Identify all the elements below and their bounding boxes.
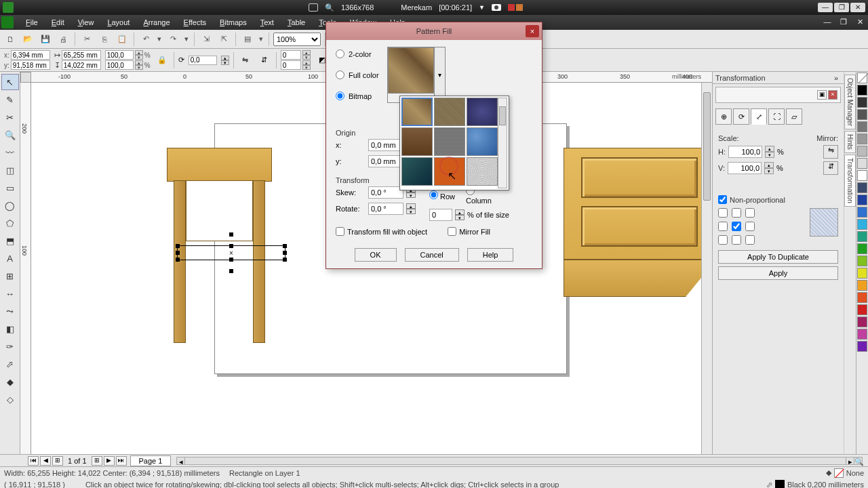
page-first-button[interactable]: ⏮	[28, 456, 39, 466]
palette-swatch[interactable]	[857, 256, 867, 266]
menu-effects[interactable]: Effects	[177, 16, 213, 28]
selection-bounding-box[interactable]: ×	[177, 245, 285, 260]
non-proportional-checkbox[interactable]	[718, 195, 727, 204]
connector-tool[interactable]: ⤳	[1, 303, 19, 319]
mirror-v-button[interactable]: ⇵	[257, 53, 272, 68]
palette-no-fill[interactable]	[857, 73, 867, 83]
help-button[interactable]: Help	[467, 248, 514, 262]
pattern-thumb[interactable]	[401, 157, 433, 186]
doc-restore-button[interactable]: ❐	[837, 18, 850, 27]
selection-handle[interactable]	[229, 269, 233, 273]
basic-shapes-tool[interactable]: ⬒	[1, 232, 19, 249]
page-tab-1[interactable]: Page 1	[130, 455, 172, 466]
save-button[interactable]: 💾	[38, 32, 53, 47]
anchor-ml[interactable]	[718, 222, 728, 231]
selection-handle[interactable]	[176, 258, 180, 262]
selection-handle[interactable]	[283, 258, 287, 262]
palette-black[interactable]	[857, 85, 867, 96]
vertical-scrollbar[interactable]	[701, 83, 712, 454]
import-button[interactable]: ⇲	[199, 32, 214, 47]
apply-button[interactable]: Apply	[718, 266, 838, 280]
pick-tool[interactable]: ↖	[1, 74, 19, 90]
camera-icon[interactable]	[492, 4, 501, 11]
anchor-bc[interactable]	[732, 235, 741, 245]
undo-button[interactable]: ↶	[138, 32, 153, 47]
zoom-select[interactable]: 100%	[273, 33, 321, 46]
palette-swatch[interactable]	[857, 280, 867, 291]
pattern-dropdown-arrow[interactable]	[434, 47, 445, 102]
rotate-input[interactable]	[368, 203, 403, 215]
page-add-before-button[interactable]: ⊞	[52, 456, 63, 466]
selection-handle[interactable]	[176, 251, 180, 255]
window-close-button[interactable]: ✕	[850, 3, 865, 12]
palette-swatch[interactable]	[857, 207, 867, 218]
palette-swatch[interactable]	[857, 304, 867, 315]
mirror-fill-checkbox[interactable]: Mirror Fill	[448, 227, 490, 236]
origin-y-input[interactable]	[368, 155, 403, 167]
anchor-mc[interactable]	[732, 222, 741, 231]
side-tab-hints[interactable]: Hints	[844, 131, 856, 153]
offset-input[interactable]	[429, 209, 452, 221]
pattern-thumb[interactable]	[434, 157, 465, 186]
selection-handle[interactable]	[229, 232, 233, 237]
scroll-left-button[interactable]: ◂	[177, 458, 185, 464]
docker-collapse-button[interactable]: »	[834, 74, 838, 82]
palette-swatch[interactable]	[857, 219, 867, 230]
obj-height-input[interactable]	[62, 60, 101, 70]
pattern-popup-scrollbar[interactable]	[498, 98, 507, 188]
page-next-button[interactable]: ▶	[104, 456, 115, 466]
scroll-right-button[interactable]: ▸	[846, 458, 854, 464]
ruler-vertical[interactable]: 200100	[20, 83, 31, 454]
scroll-thumb[interactable]	[703, 92, 711, 201]
text-tool[interactable]: A	[1, 250, 19, 266]
mirror-h-button[interactable]: ⇋	[238, 53, 253, 68]
pattern-preview-dropdown[interactable]	[387, 47, 446, 103]
redo-button[interactable]: ↷	[165, 32, 180, 47]
side-tab-object-manager[interactable]: Object Manager	[844, 75, 856, 129]
menu-bitmaps[interactable]: Bitmaps	[213, 16, 254, 28]
redo-dropdown[interactable]: ▾	[183, 32, 190, 47]
publish-dropdown[interactable]: ▾	[258, 32, 264, 47]
selection-handle[interactable]	[283, 244, 287, 248]
obj-y-input[interactable]	[11, 60, 50, 70]
palette-swatch[interactable]	[857, 134, 867, 144]
mirror-v-toggle[interactable]: ⇵	[823, 161, 838, 175]
fill-swatch[interactable]	[834, 468, 844, 478]
selection-handle[interactable]	[229, 258, 233, 262]
pattern-thumb[interactable]	[434, 98, 465, 126]
export-button[interactable]: ⇱	[216, 32, 231, 47]
menu-arrange[interactable]: Arrange	[136, 16, 176, 28]
menu-view[interactable]: View	[71, 16, 101, 28]
outline-tool[interactable]: ⬀	[1, 356, 19, 372]
paste-button[interactable]: 📋	[115, 32, 130, 47]
origin-x-input[interactable]	[368, 139, 403, 151]
palette-swatch[interactable]	[857, 121, 867, 132]
ellipse-tool[interactable]: ◯	[1, 197, 19, 214]
radio-full-color[interactable]: Full color	[336, 70, 379, 79]
apply-to-duplicate-button[interactable]: Apply To Duplicate	[718, 250, 838, 264]
shape-tool[interactable]: ✎	[1, 92, 19, 108]
table-tool[interactable]: ⊞	[1, 268, 19, 284]
fill-tool[interactable]: ◆	[1, 373, 19, 390]
page-last-button[interactable]: ⏭	[116, 456, 127, 466]
position-tab[interactable]: ⊕	[715, 108, 732, 125]
freehand-tool[interactable]: 〰	[1, 144, 19, 161]
menu-layout[interactable]: Layout	[100, 16, 136, 28]
corner-bl-input[interactable]	[281, 60, 301, 70]
scale-mirror-tab[interactable]: ⤢	[751, 108, 767, 125]
doc-minimize-button[interactable]: —	[821, 18, 834, 27]
pattern-thumb[interactable]	[467, 127, 498, 156]
copy-button[interactable]: ⎘	[97, 32, 112, 47]
ruler-origin[interactable]	[20, 72, 31, 83]
open-button[interactable]: 📂	[20, 32, 35, 47]
pattern-thumb[interactable]	[434, 127, 465, 156]
scale-x-input[interactable]	[105, 50, 134, 60]
skew-input[interactable]	[368, 186, 403, 199]
stop-record-button[interactable]	[516, 4, 523, 11]
palette-swatch[interactable]	[857, 292, 867, 303]
dimension-tool[interactable]: ↔	[1, 285, 19, 302]
palette-swatch[interactable]	[857, 97, 867, 108]
docker-undock-button[interactable]: ▣	[817, 90, 827, 100]
outline-swatch[interactable]	[775, 480, 785, 488]
scale-v-input[interactable]	[728, 162, 762, 174]
